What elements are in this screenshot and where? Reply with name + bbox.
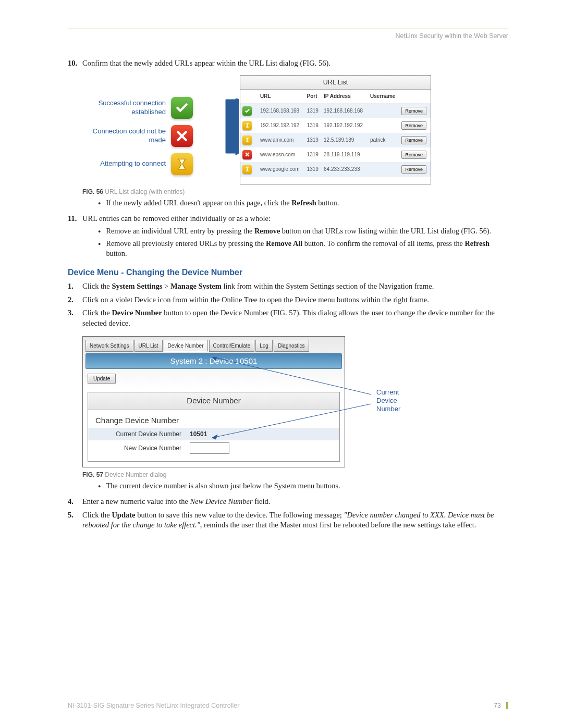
step-11-text: URL entries can be removed either indivi… [82,214,271,223]
col-user: Username [368,90,399,103]
tab-device-number[interactable]: Device Number [164,340,208,352]
step-num-11: 11. [68,214,82,261]
table-row: www.amx.com 1319 12.5.139.139 patrick Re… [240,133,431,147]
col-url: URL [258,90,305,103]
url-list-panel: URL List URL Port IP Address Username [240,75,431,184]
hourglass-icon [242,135,252,145]
legend-try-label: Attempting to connect [82,159,171,168]
tab-diagnostics[interactable]: Diagnostics [274,340,309,352]
hourglass-icon [242,121,252,130]
checkmark-icon [171,97,193,119]
legend-ok-label: Successful connection established [82,99,171,116]
fig56-block: Successful connection established Connec… [82,75,508,184]
table-row: www.epsn.com 1319 38.119.119.119 Remove [240,147,431,162]
page-header: NetLinx Security within the Web Server [68,32,508,40]
tab-control-emulate[interactable]: Control/Emulate [209,340,255,352]
remove-button[interactable]: Remove [401,165,426,174]
fig57-caption: FIG. 57 Device Number dialog [82,471,508,479]
step-10-text: Confirm that the newly added URLs appear… [82,59,331,67]
table-row: www.google.com 1319 64.233.233.233 Remov… [240,162,431,177]
x-icon [171,125,193,147]
table-row: 192.168.168.168 1319 192.168.168.168 Rem… [240,103,431,118]
page-number: 73 [494,702,508,709]
checkmark-icon [242,106,252,116]
top-rule [68,29,508,29]
tab-network-settings[interactable]: Network Settings [85,340,133,352]
fig56-caption: FIG. 56 URL List dialog (with entries) [82,188,508,196]
current-device-label: Current Device Number [95,430,190,438]
tab-bar: Network Settings URL List Device Number … [85,340,342,352]
hourglass-icon [242,165,252,174]
tab-url-list[interactable]: URL List [134,340,163,352]
callout-text: Current Device Number [376,388,413,414]
url-list-title: URL List [240,76,431,90]
url-table: URL Port IP Address Username 192.168.168… [240,90,431,177]
remove-button[interactable]: Remove [401,151,426,159]
legend-fail-label: Connection could not be made [82,127,171,144]
table-row: 192.192.192.192 1319 192.192.192.192 Rem… [240,118,431,133]
current-device-value: 10501 [190,430,207,438]
remove-button[interactable]: Remove [401,107,426,115]
update-button[interactable]: Update [88,374,116,384]
hourglass-icon [171,153,193,175]
new-device-label: New Device Number [95,444,190,452]
section-heading: Device Menu - Changing the Device Number [68,268,508,277]
tab-log[interactable]: Log [255,340,273,352]
step-2-text: Click on a violet Device icon from withi… [82,295,508,305]
col-ip: IP Address [322,90,368,103]
new-device-input[interactable] [190,442,229,454]
page-footer: NI-3101-SIG Signature Series NetLinx Int… [68,698,508,709]
x-icon [242,150,252,159]
remove-button[interactable]: Remove [401,121,426,130]
remove-button[interactable]: Remove [401,136,426,144]
col-port: Port [305,90,322,103]
step-num-10: 10. [68,58,82,211]
footer-left: NI-3101-SIG Signature Series NetLinx Int… [68,702,239,709]
